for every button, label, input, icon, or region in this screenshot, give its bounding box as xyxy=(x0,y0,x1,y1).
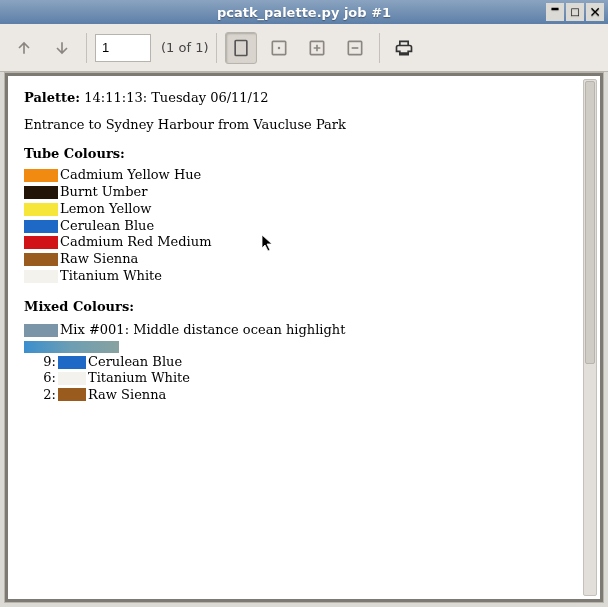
mix-ratio: 6: xyxy=(24,370,56,386)
colour-swatch xyxy=(24,203,58,216)
mix-ratio: 2: xyxy=(24,387,56,403)
mixed-colours-header: Mixed Colours: xyxy=(24,299,584,314)
separator xyxy=(379,33,380,63)
tube-colour-row: Cerulean Blue xyxy=(24,218,584,235)
page: Palette: 14:11:13: Tuesday 06/11/12 Entr… xyxy=(8,76,600,599)
page-number-input[interactable] xyxy=(95,34,151,62)
mix-component-row: 2:Raw Sienna xyxy=(24,387,584,403)
minimize-button[interactable]: – xyxy=(546,3,564,21)
zoom-in-button[interactable] xyxy=(301,32,333,64)
palette-label: Palette: xyxy=(24,90,80,107)
print-button[interactable] xyxy=(388,32,420,64)
up-arrow-icon xyxy=(14,38,34,58)
down-arrow-icon xyxy=(52,38,72,58)
colour-name: Cerulean Blue xyxy=(60,218,154,235)
maximize-button[interactable]: □ xyxy=(566,3,584,21)
zoom-out-button[interactable] xyxy=(339,32,371,64)
tube-colour-row: Raw Sienna xyxy=(24,251,584,268)
colour-swatch xyxy=(24,169,58,182)
colour-name: Titanium White xyxy=(60,268,162,285)
scrollbar-thumb[interactable] xyxy=(585,81,595,364)
print-icon xyxy=(394,38,414,58)
colour-name: Raw Sienna xyxy=(88,387,166,403)
fit-page-button[interactable] xyxy=(225,32,257,64)
tube-colours-header: Tube Colours: xyxy=(24,146,584,161)
mix-component-row: 9:Cerulean Blue xyxy=(24,354,584,370)
mix-ratio: 9: xyxy=(24,354,56,370)
colour-swatch xyxy=(24,186,58,199)
mix-swatch xyxy=(24,324,58,337)
mix-gradient xyxy=(24,341,119,353)
colour-name: Titanium White xyxy=(88,370,190,386)
tube-colour-row: Cadmium Red Medium xyxy=(24,234,584,251)
mix-component-row: 6:Titanium White xyxy=(24,370,584,386)
tube-colour-row: Lemon Yellow xyxy=(24,201,584,218)
window-title: pcatk_palette.py job #1 xyxy=(0,5,608,20)
palette-timestamp: 14:11:13: Tuesday 06/11/12 xyxy=(84,90,268,107)
colour-swatch xyxy=(24,236,58,249)
zoom-out-icon xyxy=(345,38,365,58)
colour-swatch xyxy=(58,356,86,369)
toolbar: (1 of 1) xyxy=(0,24,608,72)
colour-swatch xyxy=(24,220,58,233)
tube-colour-row: Titanium White xyxy=(24,268,584,285)
colour-swatch xyxy=(24,253,58,266)
palette-description: Entrance to Sydney Harbour from Vaucluse… xyxy=(24,117,584,132)
separator xyxy=(216,33,217,63)
colour-name: Raw Sienna xyxy=(60,251,138,268)
svg-rect-0 xyxy=(236,40,248,55)
page-count-label: (1 of 1) xyxy=(161,40,208,55)
colour-name: Lemon Yellow xyxy=(60,201,151,218)
colour-name: Burnt Umber xyxy=(60,184,147,201)
mix-label: Mix #001: Middle distance ocean highligh… xyxy=(60,322,345,339)
zoom-in-icon xyxy=(307,38,327,58)
close-button[interactable]: ✕ xyxy=(586,3,604,21)
fit-page-icon xyxy=(231,38,251,58)
tube-colour-row: Cadmium Yellow Hue xyxy=(24,167,584,184)
colour-name: Cadmium Yellow Hue xyxy=(60,167,201,184)
vertical-scrollbar[interactable] xyxy=(583,79,597,596)
colour-swatch xyxy=(58,372,86,385)
next-page-button[interactable] xyxy=(46,32,78,64)
colour-swatch xyxy=(58,388,86,401)
fit-width-icon xyxy=(269,38,289,58)
svg-point-2 xyxy=(278,46,281,49)
fit-width-button[interactable] xyxy=(263,32,295,64)
colour-name: Cerulean Blue xyxy=(88,354,182,370)
window-titlebar: pcatk_palette.py job #1 – □ ✕ xyxy=(0,0,608,24)
document-viewport: Palette: 14:11:13: Tuesday 06/11/12 Entr… xyxy=(4,72,604,603)
separator xyxy=(86,33,87,63)
tube-colour-row: Burnt Umber xyxy=(24,184,584,201)
colour-swatch xyxy=(24,270,58,283)
prev-page-button[interactable] xyxy=(8,32,40,64)
colour-name: Cadmium Red Medium xyxy=(60,234,211,251)
